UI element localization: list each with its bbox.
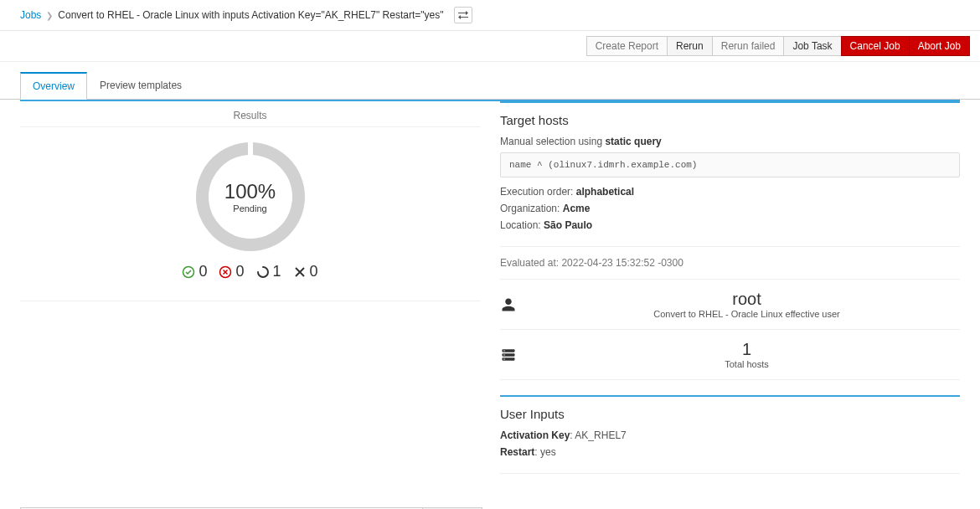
abort-job-button[interactable]: Abort Job [909, 36, 970, 56]
running-icon [256, 265, 270, 279]
svg-point-5 [503, 350, 504, 351]
results-status: Pending [224, 203, 276, 213]
counter-success[interactable]: 0 [182, 263, 207, 280]
location: Location: São Paulo [500, 219, 960, 231]
counter-failed[interactable]: 0 [219, 263, 244, 280]
input-restart: Restart: yes [500, 446, 960, 458]
counter-pending-value: 1 [273, 263, 281, 280]
breadcrumb: Jobs ❯ Convert to RHEL - Oracle Linux wi… [0, 0, 980, 31]
tab-preview-templates[interactable]: Preview templates [87, 72, 194, 100]
exchange-icon [458, 11, 468, 19]
svg-point-7 [503, 358, 504, 359]
user-inputs-heading: User Inputs [500, 407, 960, 421]
page-actions: Create Report Rerun Rerun failed Job Tas… [0, 31, 980, 62]
selection-mode: Manual selection using static query [500, 136, 960, 147]
effective-user-value: root [534, 290, 960, 309]
target-query: name ^ (olinux7.idmrh.example.com) [500, 152, 960, 177]
breadcrumb-root-link[interactable]: Jobs [20, 9, 41, 21]
input-activation-key: Activation Key: AK_RHEL7 [500, 429, 960, 441]
target-hosts-heading: Target hosts [500, 113, 960, 127]
counter-success-value: 0 [199, 263, 207, 280]
counter-failed-value: 0 [235, 263, 244, 280]
counter-cancelled-value: 0 [310, 263, 318, 280]
create-report-button[interactable]: Create Report [586, 36, 668, 56]
results-heading: Results [20, 101, 480, 127]
execution-order: Execution order: alphabetical [500, 186, 960, 198]
tabs: Overview Preview templates [0, 72, 980, 100]
effective-user-caption: Convert to RHEL - Oracle Linux effective… [534, 309, 960, 319]
organization: Organization: Acme [500, 203, 960, 214]
user-icon [500, 296, 517, 313]
results-donut-chart: 100% Pending [196, 142, 305, 251]
results-counters: 0 0 1 0 [182, 251, 317, 285]
times-circle-icon [219, 265, 232, 279]
cancel-job-button[interactable]: Cancel Job [841, 36, 910, 56]
total-hosts-row: 1 Total hosts [500, 330, 960, 380]
tab-overview[interactable]: Overview [20, 72, 87, 100]
times-icon [293, 265, 307, 279]
total-hosts-caption: Total hosts [534, 359, 960, 369]
check-circle-icon [182, 265, 195, 279]
job-task-button[interactable]: Job Task [783, 36, 841, 56]
rerun-failed-button[interactable]: Rerun failed [712, 36, 785, 56]
total-hosts-value: 1 [534, 340, 960, 359]
effective-user-row: root Convert to RHEL - Oracle Linux effe… [500, 280, 960, 330]
results-percent: 100% [224, 180, 276, 203]
breadcrumb-current: Convert to RHEL - Oracle Linux with inpu… [58, 9, 443, 21]
user-inputs-section: User Inputs Activation Key: AK_RHEL7 Res… [500, 395, 960, 474]
evaluated-at: Evaluated at: 2022-04-23 15:32:52 -0300 [500, 247, 960, 280]
svg-point-6 [503, 354, 504, 355]
server-icon [500, 347, 517, 363]
breadcrumb-switcher-button[interactable] [454, 7, 472, 23]
filter-row: /| × Search [0, 474, 503, 509]
counter-cancelled[interactable]: 0 [293, 263, 318, 280]
chevron-right-icon: ❯ [46, 11, 53, 20]
target-hosts-section: Target hosts Manual selection using stat… [500, 101, 960, 247]
rerun-button[interactable]: Rerun [667, 36, 713, 56]
counter-pending[interactable]: 1 [256, 263, 281, 280]
